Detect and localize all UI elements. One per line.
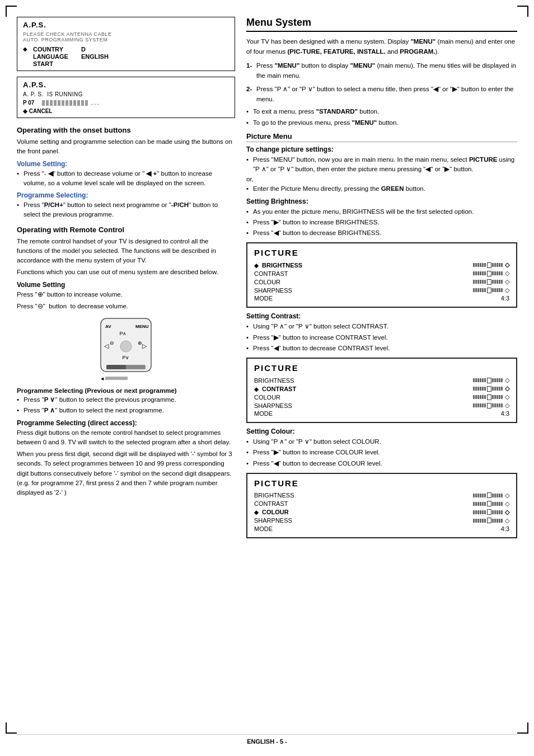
picture-row-mode-2: MODE 4:3 xyxy=(254,410,509,417)
corner-bl xyxy=(6,722,17,734)
ps11 xyxy=(81,100,84,106)
direct-body1: Press digit buttons on the remote contro… xyxy=(17,428,235,448)
sharpness-slider-1: ◇ xyxy=(473,287,509,294)
contrast-2: Press "▶" button to increase CONTRAST le… xyxy=(246,333,517,342)
picture-box-2-title: PICTURE xyxy=(254,363,509,373)
contrast-3: Press "◀" button to decrease CONTRAST le… xyxy=(246,344,517,353)
picture-row-brightness-1: ◆ BRIGHTNESS ◇ xyxy=(254,261,509,269)
step-2-num: 2- xyxy=(246,84,252,94)
svg-rect-13 xyxy=(105,377,128,380)
colour-slider-3: ◇ xyxy=(473,509,509,516)
aps-fields: COUNTRY D LANGUAGE ENGLISH START xyxy=(33,46,109,67)
vol-setting-heading: Volume Setting xyxy=(17,281,235,289)
ps2 xyxy=(46,100,49,106)
picture-row-colour-2: COLOUR ◇ xyxy=(254,393,509,401)
contrast-slider-1: ◇ xyxy=(473,270,509,277)
mode-value-3: 4:3 xyxy=(501,525,509,532)
cancel-arrow-icon: ◆ xyxy=(23,108,29,114)
aps-title-1: A.P.S. xyxy=(23,21,229,29)
volume-heading: Volume Setting: xyxy=(17,160,235,168)
picture-row-sharpness-2: SHARPNESS ◇ xyxy=(254,401,509,410)
svg-text:P∨: P∨ xyxy=(122,355,129,360)
contrast-heading: Setting Contrast: xyxy=(246,312,517,320)
page-footer: ENGLISH - 5 - xyxy=(17,734,517,745)
direct-body2: When you press first digit, second digit… xyxy=(17,449,235,497)
picture-row-sharpness-3: SHARPNESS ◇ xyxy=(254,516,509,525)
aps-box-1: A.P.S. PLEASE CHECK ANTENNA CABLEAUTO. P… xyxy=(17,17,235,71)
page-container: A.P.S. PLEASE CHECK ANTENNA CABLEAUTO. P… xyxy=(0,0,534,756)
aps-progress-row: P 07 . . . xyxy=(23,100,229,106)
ps10 xyxy=(77,100,80,106)
picture-row-contrast-3: CONTRAST ◇ xyxy=(254,500,509,508)
mode-label-3: MODE xyxy=(254,525,273,532)
remote-body1: The remote control handset of your TV is… xyxy=(17,237,235,266)
aps-subtitle-1: PLEASE CHECK ANTENNA CABLEAUTO. PROGRAMM… xyxy=(23,31,229,43)
svg-text:⊕: ⊕ xyxy=(138,340,142,346)
colour-slider-1: ◇ xyxy=(473,278,509,285)
colour-2: Press "▶" button to increase COLOUR leve… xyxy=(246,448,517,457)
or-text: or, xyxy=(246,176,517,182)
brightness-slider-1: ◇ xyxy=(473,261,509,269)
colour-label-2: COLOUR xyxy=(254,394,280,401)
prog-prev-1: Press "P ∨" button to select the previou… xyxy=(17,395,235,405)
onset-heading: Operating with the onset buttons xyxy=(17,126,235,134)
sharpness-label-2: SHARPNESS xyxy=(254,402,292,409)
contrast-label-1: CONTRAST xyxy=(254,270,288,277)
vol-up-text: Press "⊕" button to increase volume. xyxy=(17,290,235,299)
colour-heading: Setting Colour: xyxy=(246,428,517,435)
aps-language-label: LANGUAGE xyxy=(33,53,72,60)
svg-rect-11 xyxy=(106,365,126,369)
aps-arrow-icon: ◆ xyxy=(23,46,27,52)
contrast-label-3: CONTRAST xyxy=(254,500,288,507)
left-column: A.P.S. PLEASE CHECK ANTENNA CABLEAUTO. P… xyxy=(17,17,235,543)
menu-intro: Your TV has been designed with a menu sy… xyxy=(246,36,517,57)
ps7 xyxy=(65,100,68,106)
colour-label-1: COLOUR xyxy=(254,279,280,285)
contrast-1: Using "P ∧" or "P ∨" button select CONTR… xyxy=(246,322,517,331)
colour-3: Press "◀" button to decrease COLOUR leve… xyxy=(246,459,517,468)
ps8 xyxy=(69,100,72,106)
step-1: 1- Press "MENU" button to display "MENU"… xyxy=(246,60,517,81)
prog-prev-2: Press "P ∧" button to select the next pr… xyxy=(17,406,235,415)
picture-body2: Enter the Picture Menu directly, pressin… xyxy=(246,184,517,194)
picture-box-2: PICTURE BRIGHTNESS ◇ ◆ CONTRAST ◇ xyxy=(246,358,517,423)
two-column-layout: A.P.S. PLEASE CHECK ANTENNA CABLEAUTO. P… xyxy=(17,17,517,543)
colour-label-3: ◆ COLOUR xyxy=(254,509,289,515)
right-column: Menu System Your TV has been designed wi… xyxy=(246,17,517,543)
remote-diagram: AV MENU P∧ ◁ ▷ ⊖ ⊕ P∨ xyxy=(17,316,235,383)
brightness-label-2: BRIGHTNESS xyxy=(254,377,294,384)
picture-row-brightness-2: BRIGHTNESS ◇ xyxy=(254,376,509,384)
aps-country-row: COUNTRY D xyxy=(33,46,109,53)
brightness-slider-2: ◇ xyxy=(473,377,509,384)
picture-row-sharpness-1: SHARPNESS ◇ xyxy=(254,286,509,294)
ps1 xyxy=(42,100,45,106)
aps-row-1: ◆ COUNTRY D LANGUAGE ENGLISH START xyxy=(23,46,229,67)
contrast-slider-3: ◇ xyxy=(473,500,509,508)
aps-country-label: COUNTRY xyxy=(33,46,72,53)
programme-heading: Programme Selecting: xyxy=(17,191,235,199)
sharpness-label-1: SHARPNESS xyxy=(254,287,292,294)
aps-cancel: ◆ CANCEL xyxy=(23,108,229,114)
svg-text:AV: AV xyxy=(105,324,111,329)
picture-row-contrast-2: ◆ CONTRAST ◇ xyxy=(254,384,509,393)
brightness-label-1: ◆ BRIGHTNESS xyxy=(254,262,302,269)
ps5 xyxy=(58,100,60,106)
svg-text:◁: ◁ xyxy=(104,342,109,349)
picture-box-3-title: PICTURE xyxy=(254,478,509,488)
aps-running-title: A. P. S. IS RUNNING xyxy=(23,91,229,97)
picture-row-colour-1: COLOUR ◇ xyxy=(254,278,509,286)
picture-row-contrast-1: CONTRAST ◇ xyxy=(254,269,509,278)
onset-body: Volume setting and programme selection c… xyxy=(17,137,235,157)
contrast-label-2: ◆ CONTRAST xyxy=(254,386,296,392)
ps9 xyxy=(73,100,76,106)
ps4 xyxy=(54,100,57,106)
step-2: 2- Press "P ∧" or "P ∨" button to select… xyxy=(246,84,517,105)
remote-heading: Operating with Remote Control xyxy=(17,226,235,234)
picture-row-colour-3: ◆ COLOUR ◇ xyxy=(254,508,509,516)
svg-text:MENU: MENU xyxy=(135,324,149,329)
corner-tl xyxy=(6,6,17,17)
mode-label-1: MODE xyxy=(254,295,273,302)
ps6 xyxy=(62,100,64,106)
direct-heading: Programme Selecting (direct access): xyxy=(17,419,235,427)
picture-box-1: PICTURE ◆ BRIGHTNESS ◇ CONTRAST ◇ xyxy=(246,242,517,308)
